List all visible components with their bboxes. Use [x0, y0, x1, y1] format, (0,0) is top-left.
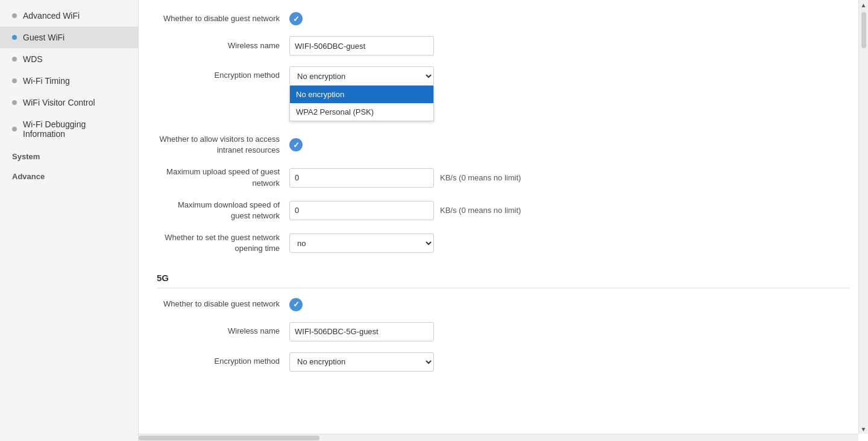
sidebar-item-guest-wifi-label: Guest WiFi	[23, 33, 64, 42]
max-download-label: Maximum download speed of guest network	[157, 200, 289, 221]
encryption-select-2g[interactable]: No encryption WPA2 Personal (PSK)	[289, 66, 434, 86]
disable-guest-checkbox-2g[interactable]	[289, 12, 303, 25]
advanced-wifi-dot	[12, 13, 17, 18]
section-5g-header: 5G	[157, 273, 850, 288]
max-upload-row: Maximum upload speed of guest network KB…	[157, 167, 850, 188]
scroll-up-arrow[interactable]: ▲	[859, 0, 869, 10]
sidebar-item-advanced-wifi-label: Advanced WiFi	[23, 11, 80, 21]
wireless-name-label-2g: Wireless name	[157, 40, 289, 51]
encryption-method-label-2g: Encryption method	[157, 66, 289, 81]
encryption-method-row-2g: Encryption method No encryption WPA2 Per…	[157, 66, 850, 86]
sidebar-item-wifi-debugging[interactable]: Wi-Fi Debugging Information	[0, 113, 138, 145]
sidebar-item-guest-wifi[interactable]: Guest WiFi	[0, 27, 138, 48]
wds-dot	[12, 57, 17, 62]
scroll-thumb-vertical[interactable]	[861, 12, 866, 48]
allow-visitors-row: Whether to allow visitors to access intr…	[157, 134, 850, 156]
sidebar-item-wds-label: WDS	[23, 54, 43, 64]
wireless-name-input-5g[interactable]	[289, 322, 434, 341]
scroll-down-arrow[interactable]: ▼	[859, 424, 869, 434]
max-download-hint: KB/s (0 means no limit)	[440, 206, 521, 215]
opening-time-select[interactable]: no yes	[289, 233, 434, 253]
scroll-thumb-horizontal[interactable]	[139, 436, 319, 440]
max-upload-input[interactable]	[289, 168, 434, 188]
main-content: Whether to disable guest network Wireles…	[139, 0, 868, 441]
max-download-input[interactable]	[289, 201, 434, 220]
opening-time-row: Whether to set the guest network opening…	[157, 232, 850, 254]
sidebar-item-wifi-visitor-label: WiFi Visitor Control	[23, 98, 95, 107]
sidebar-item-wifi-timing-label: Wi-Fi Timing	[23, 76, 70, 86]
scroll-track	[859, 10, 868, 424]
disable-guest-checkbox-5g[interactable]	[289, 298, 303, 311]
allow-visitors-label: Whether to allow visitors to access intr…	[157, 134, 289, 156]
encryption-method-row-5g: Encryption method No encryption WPA2 Per…	[157, 352, 850, 372]
encryption-dropdown-wrapper-2g: No encryption WPA2 Personal (PSK) No enc…	[289, 66, 434, 86]
max-upload-hint: KB/s (0 means no limit)	[440, 173, 521, 182]
dropdown-option-no-encryption[interactable]: No encryption	[290, 86, 433, 103]
wireless-name-row-5g: Wireless name	[157, 322, 850, 341]
allow-visitors-checkbox[interactable]	[289, 138, 303, 151]
encryption-select-5g[interactable]: No encryption WPA2 Personal (PSK)	[289, 352, 434, 372]
bottom-scrollbar	[139, 434, 858, 441]
disable-guest-row-5g: Whether to disable guest network	[157, 298, 850, 311]
sidebar: Advanced WiFi Guest WiFi WDS Wi-Fi Timin…	[0, 0, 139, 441]
sidebar-item-wds[interactable]: WDS	[0, 48, 138, 70]
advance-section: Advance	[0, 165, 138, 185]
dropdown-option-wpa2-psk[interactable]: WPA2 Personal (PSK)	[290, 103, 433, 121]
disable-guest-row-2g: Whether to disable guest network	[157, 12, 850, 25]
right-scrollbar: ▲ ▼	[858, 0, 868, 434]
encryption-method-label-5g: Encryption method	[157, 356, 289, 367]
max-download-row: Maximum download speed of guest network …	[157, 200, 850, 221]
wifi-debugging-dot	[12, 127, 17, 132]
encryption-dropdown-list-2g: No encryption WPA2 Personal (PSK)	[289, 86, 434, 121]
wireless-name-row-2g: Wireless name	[157, 36, 850, 56]
sidebar-item-wifi-debugging-label: Wi-Fi Debugging Information	[23, 119, 128, 139]
sidebar-item-wifi-visitor-control[interactable]: WiFi Visitor Control	[0, 92, 138, 113]
guest-wifi-dot	[12, 35, 17, 40]
wireless-name-label-5g: Wireless name	[157, 326, 289, 337]
wifi-timing-dot	[12, 78, 17, 83]
system-section: System	[0, 145, 138, 165]
sidebar-item-wifi-timing[interactable]: Wi-Fi Timing	[0, 70, 138, 92]
opening-time-label: Whether to set the guest network opening…	[157, 232, 289, 254]
wifi-visitor-dot	[12, 100, 17, 105]
disable-guest-label-5g: Whether to disable guest network	[157, 299, 289, 309]
sidebar-item-advanced-wifi[interactable]: Advanced WiFi	[0, 5, 138, 27]
wireless-name-input-2g[interactable]	[289, 36, 434, 56]
max-upload-label: Maximum upload speed of guest network	[157, 167, 289, 188]
disable-guest-label-2g: Whether to disable guest network	[157, 13, 289, 24]
